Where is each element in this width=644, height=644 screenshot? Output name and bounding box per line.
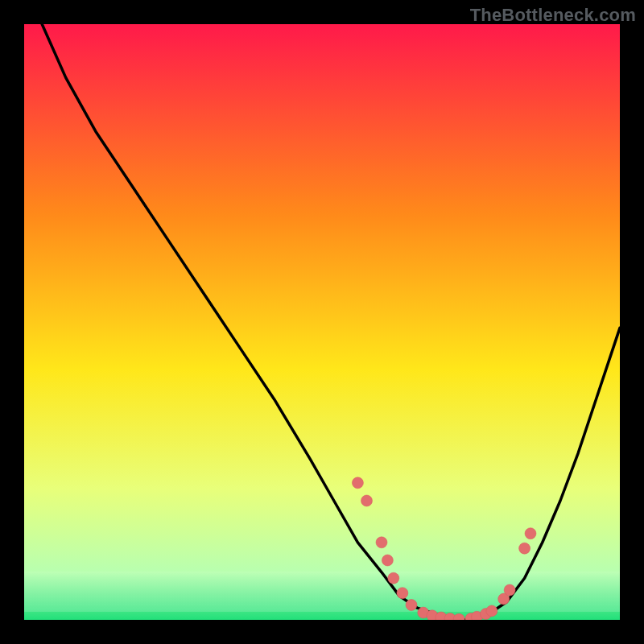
glow-band (24, 596, 620, 600)
data-marker (382, 555, 393, 566)
plot-area (24, 24, 620, 620)
data-marker (397, 588, 408, 599)
glow-band (24, 600, 620, 604)
glow-band (24, 584, 620, 588)
data-marker (388, 572, 399, 584)
data-marker (361, 495, 373, 506)
data-marker (519, 543, 530, 554)
glow-band (24, 608, 620, 612)
data-marker (504, 584, 515, 596)
glow-band (24, 588, 620, 592)
chart-container: TheBottleneck.com (0, 0, 644, 644)
data-marker (406, 600, 417, 611)
chart-svg (24, 24, 620, 620)
glow-band (24, 592, 620, 596)
glow-band (24, 576, 620, 580)
glow-band (24, 580, 620, 584)
data-marker (376, 537, 387, 548)
data-marker (525, 528, 536, 539)
watermark-text: TheBottleneck.com (470, 5, 636, 26)
glow-band (24, 572, 620, 576)
glow-band (24, 604, 620, 608)
data-marker (486, 605, 497, 617)
data-marker (352, 477, 363, 489)
